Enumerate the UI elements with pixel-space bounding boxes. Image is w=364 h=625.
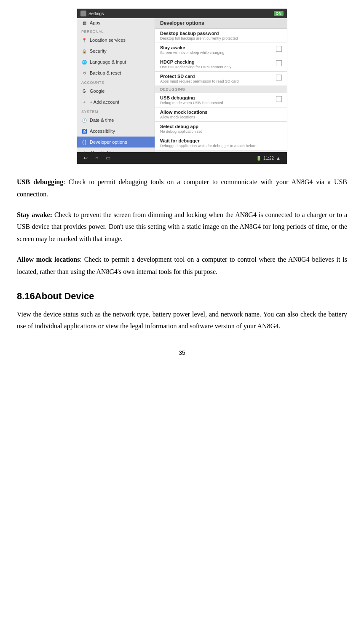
wifi-icon: ▲ — [276, 156, 281, 161]
sidebar-item-about[interactable]: ℹ About tablet — [77, 148, 155, 152]
sidebar-personal-header: PERSONAL — [77, 27, 155, 35]
location-icon: 📍 — [81, 37, 87, 43]
sidebar-system-header: SYSTEM — [77, 107, 155, 115]
section-816-heading: 8.16About Device — [17, 291, 347, 302]
page-number: 35 — [17, 349, 347, 356]
dev-option-wait-title: Wait for debugger — [160, 138, 282, 143]
status-bar-right: 🔋 11:22 ▲ — [256, 156, 281, 161]
dev-option-hdcp[interactable]: HDCP checking Use HDCP checking for DRM … — [155, 57, 287, 72]
developer-icon: { } — [81, 139, 87, 145]
sidebar-item-datetime[interactable]: 🕐 Date & time — [77, 115, 155, 126]
nav-icons-left: ↩ ○ ▭ — [83, 155, 110, 161]
settings-body: ▦ Apps PERSONAL 📍 Location services 🔒 Se… — [77, 18, 287, 152]
back-nav-icon[interactable]: ↩ — [83, 155, 88, 161]
stay-awake-checkbox[interactable] — [276, 46, 282, 52]
sidebar-item-google[interactable]: G Google — [77, 86, 155, 97]
developer-options-panel: Developer options Desktop backup passwor… — [155, 18, 287, 152]
language-icon: 🌐 — [81, 59, 87, 65]
security-icon: 🔒 — [81, 48, 87, 54]
section-816-paragraph: View the device status such as the netwo… — [17, 308, 347, 333]
sidebar-item-developer[interactable]: { } Developer options — [77, 137, 155, 148]
allow-mock-term: Allow mock locations — [17, 256, 80, 263]
section-816-body: View the device status such as the netwo… — [17, 308, 347, 333]
settings-sidebar[interactable]: ▦ Apps PERSONAL 📍 Location services 🔒 Se… — [77, 18, 155, 152]
stay-awake-term: Stay awake: — [17, 211, 52, 218]
protect-sd-checkbox[interactable] — [276, 75, 282, 80]
dev-option-desktop-backup-title: Desktop backup password — [160, 31, 282, 36]
dev-panel-title: Developer options — [155, 18, 287, 29]
on-badge: ON — [274, 11, 284, 16]
dev-option-usb-title: USB debugging — [160, 95, 273, 100]
dev-option-mock-sub: Allow mock locations — [160, 115, 282, 119]
android-screenshot: Settings ON ▦ Apps PERSONAL 📍 Location s… — [77, 8, 287, 164]
status-time: 11:22 — [263, 156, 274, 161]
usb-debugging-paragraph: USB debugging: Check to permit debugging… — [17, 176, 347, 201]
sidebar-item-accessibility[interactable]: ♿ Accessibility — [77, 126, 155, 137]
add-account-icon: + — [81, 99, 87, 105]
dev-option-select-debug-sub: No debug application set — [160, 129, 282, 134]
recents-nav-icon[interactable]: ▭ — [106, 155, 110, 161]
hdcp-checkbox[interactable] — [276, 60, 282, 66]
sidebar-item-apps-label: Apps — [90, 20, 100, 25]
dev-option-hdcp-sub: Use HDCP checking for DRM content only — [160, 65, 273, 69]
backup-icon: ↺ — [81, 70, 87, 76]
usb-debugging-term: USB debugging — [17, 178, 63, 185]
home-nav-icon[interactable]: ○ — [95, 155, 98, 161]
android-navbar: ↩ ○ ▭ 🔋 11:22 ▲ — [77, 152, 287, 164]
sidebar-item-apps[interactable]: ▦ Apps — [77, 18, 155, 27]
main-text-content: USB debugging: Check to permit debugging… — [17, 176, 347, 278]
sidebar-item-language-label: Language & input — [90, 59, 126, 64]
stay-awake-text: Check to prevent the screen from dimming… — [17, 211, 347, 243]
sidebar-item-security[interactable]: 🔒 Security — [77, 46, 155, 56]
debugging-section-header: DEBUGGING — [155, 86, 287, 93]
sidebar-item-add-account-label: + Add account — [90, 99, 119, 105]
allow-mock-paragraph: Allow mock locations: Check to permit a … — [17, 254, 347, 278]
dev-option-desktop-backup-sub: Desktop full backups aren't currently pr… — [160, 36, 282, 40]
sidebar-item-add-account[interactable]: + + Add account — [77, 97, 155, 107]
sidebar-accounts-header: ACCOUNTS — [77, 78, 155, 86]
accessibility-icon: ♿ — [81, 128, 87, 134]
sidebar-item-backup[interactable]: ↺ Backup & reset — [77, 67, 155, 78]
dev-option-stay-awake[interactable]: Stay awake Screen will never sleep while… — [155, 43, 287, 57]
sidebar-item-google-label: Google — [90, 89, 104, 94]
dev-option-protect-sd-sub: Apps must request permission to read SD … — [160, 79, 273, 83]
usb-debugging-checkbox[interactable] — [276, 96, 282, 102]
sidebar-item-accessibility-label: Accessibility — [90, 129, 115, 134]
dev-option-usb-debugging[interactable]: USB debugging Debug mode when USB is con… — [155, 93, 287, 107]
dev-option-mock-title: Allow mock locations — [160, 110, 282, 115]
dev-option-desktop-backup[interactable]: Desktop backup password Desktop full bac… — [155, 29, 287, 43]
dev-option-stay-awake-title: Stay awake — [160, 45, 273, 50]
dev-option-usb-sub: Debug mode when USB is connected — [160, 101, 273, 105]
titlebar-title: Settings — [88, 11, 104, 16]
android-titlebar: Settings ON — [77, 9, 287, 18]
dev-option-wait-sub: Debugged application waits for debugger … — [160, 144, 282, 148]
sidebar-item-security-label: Security — [90, 48, 107, 54]
screenshot-container: Settings ON ▦ Apps PERSONAL 📍 Location s… — [17, 8, 347, 164]
usb-debugging-text: Check to permit debugging tools on a com… — [17, 178, 347, 198]
dev-option-wait-debugger[interactable]: Wait for debugger Debugged application w… — [155, 136, 287, 150]
dev-option-mock-locations[interactable]: Allow mock locations Allow mock location… — [155, 107, 287, 122]
sidebar-item-location[interactable]: 📍 Location services — [77, 35, 155, 46]
dev-option-stay-awake-sub: Screen will never sleep while charging — [160, 51, 273, 55]
google-icon: G — [81, 88, 87, 94]
stay-awake-paragraph: Stay awake: Check to prevent the screen … — [17, 209, 347, 245]
dev-option-select-debug[interactable]: Select debug app No debug application se… — [155, 122, 287, 136]
sidebar-item-developer-label: Developer options — [90, 139, 127, 145]
sidebar-item-location-label: Location services — [90, 38, 126, 43]
dev-option-select-debug-title: Select debug app — [160, 124, 282, 129]
dev-option-protect-sd-title: Protect SD card — [160, 74, 273, 79]
sidebar-item-datetime-label: Date & time — [90, 118, 114, 123]
sidebar-item-backup-label: Backup & reset — [90, 70, 121, 75]
dev-option-protect-sd[interactable]: Protect SD card Apps must request permis… — [155, 72, 287, 86]
settings-app-icon — [80, 11, 86, 16]
apps-icon: ▦ — [81, 20, 87, 26]
battery-icon: 🔋 — [256, 156, 261, 161]
sidebar-item-language[interactable]: 🌐 Language & input — [77, 56, 155, 67]
dev-option-hdcp-title: HDCP checking — [160, 59, 273, 64]
datetime-icon: 🕐 — [81, 117, 87, 123]
